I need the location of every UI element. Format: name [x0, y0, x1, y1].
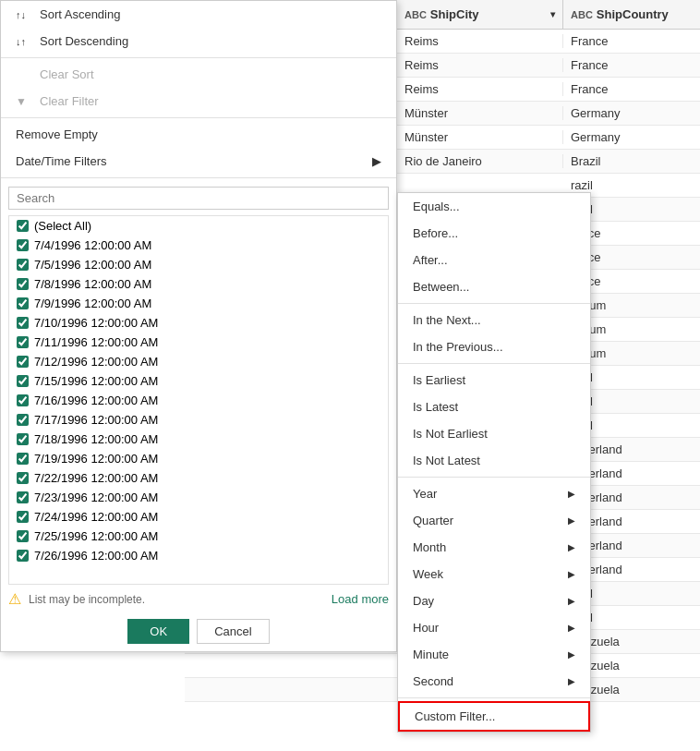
minute-item[interactable]: Minute ▶: [398, 641, 590, 668]
week-arrow: ▶: [568, 569, 575, 579]
checkbox-label: 7/8/1996 12:00:00 AM: [34, 277, 151, 291]
shipcity-dropdown-arrow[interactable]: ▾: [550, 9, 555, 19]
month-label: Month: [413, 540, 446, 554]
checkbox-input[interactable]: [17, 336, 29, 348]
cell-shipcity: Reims: [397, 82, 563, 96]
checkbox-item[interactable]: 7/9/1996 12:00:00 AM: [9, 294, 388, 313]
between-item[interactable]: Between...: [398, 273, 590, 300]
checkbox-input[interactable]: [17, 550, 29, 562]
second-label: Second: [413, 674, 453, 688]
checkbox-list[interactable]: (Select All)7/4/1996 12:00:00 AM7/5/1996…: [8, 215, 389, 585]
checkbox-item[interactable]: 7/11/1996 12:00:00 AM: [9, 333, 388, 352]
checkbox-label: 7/15/1996 12:00:00 AM: [34, 374, 158, 388]
checkbox-label: 7/4/1996 12:00:00 AM: [34, 238, 151, 252]
checkbox-label: 7/5/1996 12:00:00 AM: [34, 258, 151, 272]
hour-arrow: ▶: [568, 623, 575, 633]
checkbox-input[interactable]: [17, 472, 29, 484]
checkbox-input[interactable]: [17, 511, 29, 523]
load-more-button[interactable]: Load more: [332, 592, 389, 606]
hour-item[interactable]: Hour ▶: [398, 614, 590, 641]
remove-empty-label: Remove Empty: [16, 127, 98, 141]
cell-shipcountry: Germany: [563, 130, 700, 144]
is-not-earliest-label: Is Not Earliest: [413, 427, 488, 441]
custom-filter-item[interactable]: Custom Filter...: [398, 701, 590, 732]
checkbox-input[interactable]: [17, 491, 29, 503]
checkbox-input[interactable]: [17, 278, 29, 290]
ok-button[interactable]: OK: [127, 619, 189, 644]
checkbox-item[interactable]: 7/10/1996 12:00:00 AM: [9, 313, 388, 333]
datetime-filters-item[interactable]: Date/Time Filters ▶: [1, 148, 396, 175]
cell-shipcity: Reims: [397, 34, 563, 48]
checkbox-input[interactable]: [17, 394, 29, 406]
checkbox-input[interactable]: [17, 239, 29, 251]
clear-filter-label: Clear Filter: [40, 94, 99, 108]
checkbox-item[interactable]: 7/16/1996 12:00:00 AM: [9, 391, 388, 410]
checkbox-item[interactable]: 7/5/1996 12:00:00 AM: [9, 255, 388, 274]
checkbox-item[interactable]: 7/23/1996 12:00:00 AM: [9, 488, 388, 507]
in-the-previous-item[interactable]: In the Previous...: [398, 333, 590, 360]
checkbox-item[interactable]: 7/4/1996 12:00:00 AM: [9, 236, 388, 255]
quarter-item[interactable]: Quarter ▶: [398, 507, 590, 534]
equals-item[interactable]: Equals...: [398, 193, 590, 220]
second-item[interactable]: Second ▶: [398, 668, 590, 695]
checkbox-input[interactable]: [17, 220, 29, 232]
month-item[interactable]: Month ▶: [398, 534, 590, 561]
year-arrow: ▶: [568, 489, 575, 499]
checkbox-input[interactable]: [17, 375, 29, 387]
checkbox-input[interactable]: [17, 414, 29, 426]
equals-label: Equals...: [413, 200, 460, 213]
is-not-earliest-item[interactable]: Is Not Earliest: [398, 420, 590, 447]
submenu-sep-2: [398, 363, 590, 364]
checkbox-item[interactable]: 7/22/1996 12:00:00 AM: [9, 468, 388, 488]
checkbox-input[interactable]: [17, 453, 29, 465]
minute-arrow: ▶: [568, 649, 575, 660]
checkbox-label: 7/18/1996 12:00:00 AM: [34, 432, 158, 446]
checkbox-item[interactable]: 7/8/1996 12:00:00 AM: [9, 274, 388, 294]
sort-descending-item[interactable]: ↓↑ Sort Descending: [1, 28, 396, 55]
sort-asc-icon: ↑↓: [16, 9, 34, 20]
clear-sort-label: Clear Sort: [40, 67, 94, 81]
shipcity-abc-icon: ABC: [404, 9, 427, 20]
checkbox-input[interactable]: [17, 297, 29, 309]
is-latest-item[interactable]: Is Latest: [398, 394, 590, 420]
checkbox-item[interactable]: 7/25/1996 12:00:00 AM: [9, 527, 388, 546]
checkbox-input[interactable]: [17, 317, 29, 329]
shipcity-label: ShipCity: [430, 7, 479, 21]
sort-ascending-item[interactable]: ↑↓ Sort Ascending: [1, 1, 396, 28]
checkbox-item[interactable]: 7/19/1996 12:00:00 AM: [9, 449, 388, 468]
checkbox-input[interactable]: [17, 433, 29, 445]
week-item[interactable]: Week ▶: [398, 561, 590, 587]
remove-empty-item[interactable]: Remove Empty: [1, 121, 396, 148]
checkbox-label: 7/9/1996 12:00:00 AM: [34, 297, 151, 310]
checkbox-label: 7/19/1996 12:00:00 AM: [34, 452, 158, 466]
is-earliest-item[interactable]: Is Earliest: [398, 367, 590, 394]
day-arrow: ▶: [568, 596, 575, 606]
sort-descending-label: Sort Descending: [40, 34, 128, 48]
month-arrow: ▶: [568, 542, 575, 552]
submenu-sep-3: [398, 477, 590, 478]
is-not-latest-item[interactable]: Is Not Latest: [398, 447, 590, 474]
cell-shipcity: Rio de Janeiro: [397, 154, 563, 168]
separator-3: [1, 177, 396, 178]
day-item[interactable]: Day ▶: [398, 587, 590, 614]
cell-shipcountry: France: [563, 58, 700, 72]
search-input[interactable]: [8, 187, 389, 210]
checkbox-item[interactable]: 7/18/1996 12:00:00 AM: [9, 430, 388, 449]
in-the-next-item[interactable]: In the Next...: [398, 307, 590, 333]
cell-shipcountry: France: [563, 34, 700, 48]
checkbox-item[interactable]: 7/15/1996 12:00:00 AM: [9, 371, 388, 391]
checkbox-item[interactable]: 7/12/1996 12:00:00 AM: [9, 352, 388, 371]
before-label: Before...: [413, 226, 458, 240]
checkbox-input[interactable]: [17, 530, 29, 542]
after-item[interactable]: After...: [398, 247, 590, 273]
checkbox-input[interactable]: [17, 259, 29, 271]
year-item[interactable]: Year ▶: [398, 480, 590, 507]
checkbox-item[interactable]: 7/17/1996 12:00:00 AM: [9, 410, 388, 430]
checkbox-item[interactable]: (Select All): [9, 216, 388, 236]
col-shipcity-header[interactable]: ABC ShipCity ▾: [397, 0, 563, 29]
checkbox-item[interactable]: 7/26/1996 12:00:00 AM: [9, 546, 388, 565]
cancel-button[interactable]: Cancel: [197, 619, 269, 644]
checkbox-input[interactable]: [17, 356, 29, 368]
checkbox-item[interactable]: 7/24/1996 12:00:00 AM: [9, 507, 388, 527]
before-item[interactable]: Before...: [398, 220, 590, 247]
